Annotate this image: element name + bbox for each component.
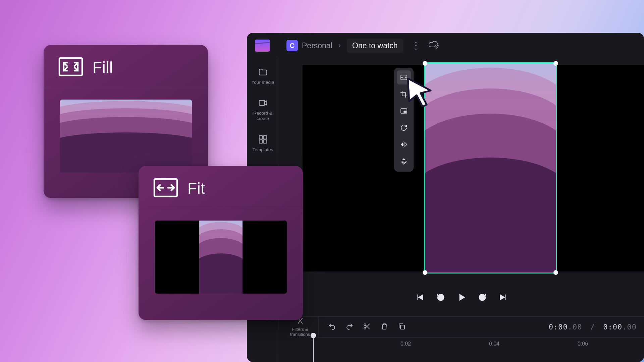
fit-preview-thumb: [155, 221, 287, 294]
card-title: Fit: [187, 179, 205, 197]
ruler-tick: 0:04: [489, 341, 499, 347]
svg-rect-7: [263, 140, 267, 143]
playback-controls: [279, 286, 644, 310]
sidebar-item-record-create[interactable]: Record & create: [247, 92, 279, 128]
ruler-tick: 0:06: [578, 341, 588, 347]
cloud-sync-icon[interactable]: [429, 40, 439, 51]
fit-arrows-icon: [153, 178, 178, 199]
tool-flip-vertical[interactable]: [397, 154, 411, 168]
skip-end-icon[interactable]: [498, 293, 508, 303]
option-card-fit[interactable]: Fit: [139, 166, 303, 320]
selected-clip[interactable]: [424, 62, 557, 274]
svg-rect-10: [404, 111, 406, 113]
tool-flip-horizontal[interactable]: [397, 137, 411, 152]
skip-forward-icon[interactable]: [478, 293, 487, 303]
resize-handle-tl[interactable]: [423, 61, 427, 66]
svg-rect-4: [259, 135, 262, 139]
svg-rect-0: [59, 58, 82, 75]
sidebar-item-label: Templates: [253, 147, 273, 153]
svg-rect-6: [259, 140, 262, 143]
duplicate-icon[interactable]: [398, 322, 406, 332]
breadcrumb-workspace[interactable]: Personal: [302, 41, 332, 50]
skip-back-icon[interactable]: [436, 293, 445, 303]
cursor-pointer-icon: [406, 77, 435, 109]
time-readout: 0:00.00 / 0:00.00: [549, 323, 637, 331]
fill-preview-thumb: [60, 100, 192, 173]
top-bar: C Personal › One to watch ⋮: [247, 33, 644, 58]
play-icon[interactable]: [457, 293, 466, 303]
timeline-ruler[interactable]: 0:02 0:04 0:06: [311, 337, 644, 353]
svg-rect-3: [259, 101, 264, 106]
ruler-tick: 0:02: [400, 341, 411, 347]
resize-handle-bl[interactable]: [423, 270, 427, 275]
app-logo-icon[interactable]: [255, 40, 270, 52]
breadcrumb-project[interactable]: One to watch: [347, 39, 403, 53]
chevron-right-icon: ›: [338, 41, 341, 50]
redo-icon[interactable]: [345, 322, 354, 332]
sidebar-item-templates[interactable]: Templates: [247, 128, 279, 159]
resize-handle-tr[interactable]: [553, 61, 558, 66]
editor-window: C Personal › One to watch ⋮ Your media R…: [247, 33, 644, 362]
sidebar-item-label: Filters & transitions: [286, 327, 314, 337]
timeline-toolbar: Filters & transitions 0:00.00 / 0:00.00: [279, 316, 644, 337]
resize-handle-br[interactable]: [553, 270, 558, 275]
sidebar-item-label: Your media: [252, 80, 274, 85]
tool-rotate[interactable]: [397, 121, 411, 135]
undo-icon[interactable]: [328, 322, 336, 332]
svg-point-2: [435, 45, 438, 48]
card-title: Fill: [93, 58, 113, 76]
more-vertical-icon[interactable]: ⋮: [409, 44, 423, 47]
svg-rect-5: [263, 135, 267, 139]
canvas-area: Filters & transitions 0:00.00 / 0:00.00 …: [279, 58, 644, 362]
fill-expand-icon: [58, 57, 83, 78]
workspace-badge[interactable]: C: [286, 40, 298, 51]
sidebar-item-your-media[interactable]: Your media: [247, 61, 279, 92]
sidebar-item-label: Record & create: [248, 111, 277, 121]
delete-icon[interactable]: [380, 322, 388, 332]
playhead[interactable]: [313, 335, 314, 362]
split-icon[interactable]: [363, 322, 371, 332]
svg-rect-13: [400, 325, 405, 329]
skip-start-icon[interactable]: [415, 293, 425, 303]
